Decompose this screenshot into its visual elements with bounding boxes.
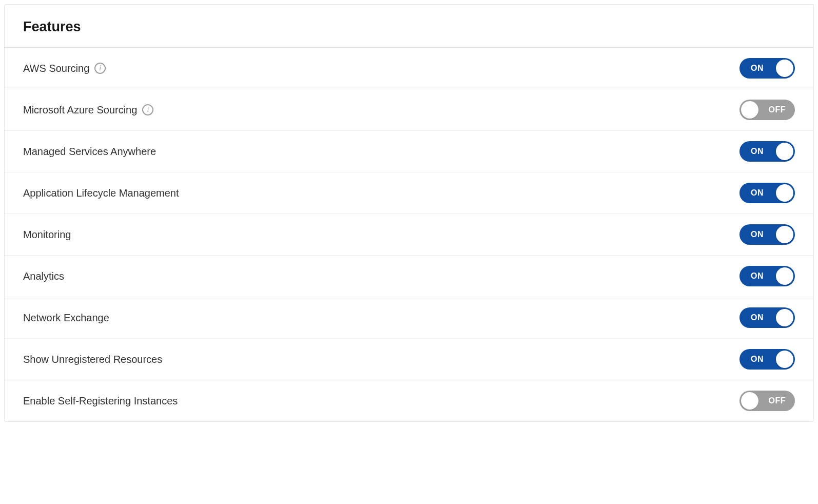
toggle-state-label: ON [751,313,764,322]
feature-toggle[interactable]: OFF [739,100,795,120]
feature-label-wrap: Microsoft Azure Sourcingi [23,104,153,116]
feature-row: AnalyticsON [5,256,813,297]
toggle-knob [741,392,758,410]
toggle-knob [741,101,758,119]
features-panel: Features AWS SourcingiONMicrosoft Azure … [4,4,814,422]
feature-row: Network ExchangeON [5,297,813,339]
toggle-knob [776,226,793,243]
feature-label: Application Lifecycle Management [23,187,179,199]
toggle-knob [776,143,793,160]
feature-row: Show Unregistered ResourcesON [5,339,813,380]
feature-label-wrap: Analytics [23,270,64,282]
feature-label: Microsoft Azure Sourcing [23,104,137,116]
toggle-knob [776,184,793,202]
toggle-knob [776,60,793,77]
feature-toggle[interactable]: ON [739,349,795,370]
feature-toggle[interactable]: OFF [739,391,795,411]
info-icon[interactable]: i [142,104,153,115]
feature-label: Enable Self-Registering Instances [23,395,178,407]
info-icon[interactable]: i [94,63,106,74]
feature-label: AWS Sourcing [23,63,89,74]
feature-label-wrap: AWS Sourcingi [23,63,106,74]
feature-label: Monitoring [23,229,71,241]
toggle-state-label: ON [751,355,764,364]
feature-row: Microsoft Azure SourcingiOFF [5,89,813,131]
panel-title: Features [23,19,795,35]
toggle-state-label: ON [751,272,764,281]
feature-label: Show Unregistered Resources [23,354,162,365]
feature-row: Managed Services AnywhereON [5,131,813,172]
feature-label: Managed Services Anywhere [23,146,156,158]
toggle-state-label: ON [751,230,764,239]
feature-toggle[interactable]: ON [739,224,795,245]
feature-row: Enable Self-Registering InstancesOFF [5,380,813,421]
feature-label: Analytics [23,270,64,282]
feature-toggle[interactable]: ON [739,141,795,162]
toggle-state-label: OFF [769,396,786,405]
toggle-knob [776,309,793,326]
feature-label-wrap: Managed Services Anywhere [23,146,156,158]
feature-toggle[interactable]: ON [739,266,795,286]
feature-row: Application Lifecycle ManagementON [5,172,813,214]
panel-header: Features [5,5,813,48]
feature-label: Network Exchange [23,312,109,324]
feature-toggle[interactable]: ON [739,183,795,203]
feature-label-wrap: Network Exchange [23,312,109,324]
toggle-state-label: ON [751,64,764,73]
feature-toggle[interactable]: ON [739,307,795,328]
toggle-knob [776,267,793,285]
feature-label-wrap: Application Lifecycle Management [23,187,179,199]
feature-toggle[interactable]: ON [739,58,795,79]
feature-row: MonitoringON [5,214,813,256]
toggle-state-label: OFF [769,105,786,114]
toggle-state-label: ON [751,147,764,156]
toggle-state-label: ON [751,188,764,198]
feature-row: AWS SourcingiON [5,48,813,89]
feature-list: AWS SourcingiONMicrosoft Azure Sourcingi… [5,48,813,421]
feature-label-wrap: Enable Self-Registering Instances [23,395,178,407]
toggle-knob [776,351,793,368]
feature-label-wrap: Show Unregistered Resources [23,354,162,365]
feature-label-wrap: Monitoring [23,229,71,241]
